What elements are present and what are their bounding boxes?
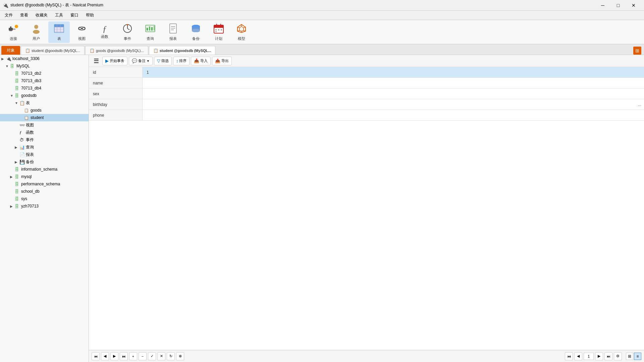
field-value-id[interactable]: 1 <box>143 67 644 77</box>
page-number-input[interactable] <box>584 353 594 360</box>
toolbar-query-label: 查询 <box>147 36 154 41</box>
field-value-birthday[interactable] <box>143 99 644 110</box>
field-value-phone[interactable] <box>143 110 644 120</box>
tab-bar-right: ⊞ <box>633 47 644 55</box>
nav-next-button[interactable]: ▶ <box>110 352 118 360</box>
sidebar-item-localhost[interactable]: ▶ 🔌 localhost_3306 <box>0 55 89 62</box>
filter-button[interactable]: ▽ 筛选 <box>154 57 172 65</box>
toolbar-table-label: 表 <box>57 36 61 41</box>
table-row[interactable]: phone <box>89 110 644 121</box>
sidebar-item-perf-schema[interactable]: 🗄 performance_schema <box>0 180 89 188</box>
goods-table-icon: 📋 <box>24 108 30 113</box>
field-label-name: name <box>89 78 143 88</box>
toolbar-query[interactable]: 查询 <box>140 21 161 43</box>
sidebar-item-db3[interactable]: 🗄 70713_db3 <box>0 77 89 84</box>
sidebar-item-backup[interactable]: ▶ 💾 备份 <box>0 158 89 166</box>
sidebar-item-tables[interactable]: ▼ 📋 表 <box>0 99 89 107</box>
sidebar-item-views[interactable]: 👓 视图 <box>0 121 89 129</box>
menu-tools[interactable]: 工具 <box>52 12 66 19</box>
table-row[interactable]: birthday <box>89 99 644 110</box>
toolbar-func[interactable]: ƒ 函数 <box>94 21 115 43</box>
svg-rect-42 <box>218 29 219 31</box>
comment-button[interactable]: 💬 备注 ▼ <box>129 57 153 65</box>
sidebar-item-db4[interactable]: 🗄 70713_db4 <box>0 84 89 92</box>
page-next-button[interactable]: ▶ <box>595 352 603 360</box>
sidebar-item-queries[interactable]: ▶ 📊 查询 <box>0 143 89 151</box>
menu-help[interactable]: 帮助 <box>83 12 97 19</box>
svg-rect-27 <box>170 24 176 33</box>
import-button[interactable]: 📥 导入 <box>191 57 211 65</box>
tab-grid-button[interactable]: ⊞ <box>633 47 641 55</box>
discard-button[interactable]: ✕ <box>157 352 165 360</box>
refresh-button[interactable]: ↻ <box>167 352 175 360</box>
db-icon-info: 🗄 <box>15 167 20 172</box>
toolbar-report[interactable]: 报表 <box>162 21 184 43</box>
table-row[interactable]: sex <box>89 88 644 99</box>
settings-button[interactable]: ⚙ <box>614 352 622 360</box>
sidebar-item-school-db[interactable]: 🗄 school_db <box>0 188 89 195</box>
tab-label1: student @goodsdb (MySQL... <box>32 49 80 53</box>
menu-view[interactable]: 查看 <box>17 12 32 19</box>
sidebar-item-sys[interactable]: 🗄 sys <box>0 195 89 202</box>
db-icon-yzh: 🗄 <box>15 204 20 209</box>
delete-record-button[interactable]: − <box>139 352 147 360</box>
page-prev-button[interactable]: ◀ <box>574 352 582 360</box>
menu-file[interactable]: 文件 <box>1 12 16 19</box>
sidebar-item-funcs[interactable]: ƒ 函数 <box>0 129 89 136</box>
sidebar-item-yzh70713[interactable]: ▶ 🗄 yzh70713 <box>0 202 89 210</box>
form-view-button[interactable]: ≡ <box>634 353 641 360</box>
toolbar-table[interactable]: 表 <box>48 21 70 43</box>
field-label-sex: sex <box>89 88 143 99</box>
toolbar-view[interactable]: 视图 <box>71 21 93 43</box>
sidebar-item-db2[interactable]: 🗄 70713_db2 <box>0 70 89 77</box>
title-bar: 🔌 student @goodsdb (MySQL) - 表 - Navicat… <box>0 0 644 11</box>
nav-prev-button[interactable]: ◀ <box>101 352 109 360</box>
begin-transaction-button[interactable]: ▶ 开始事务 <box>102 57 127 65</box>
sidebar-item-info-schema[interactable]: 🗄 information_schema <box>0 166 89 173</box>
toolbar-connect[interactable]: 连接 <box>3 21 24 43</box>
toolbar-event-label: 事件 <box>124 36 131 41</box>
check-button[interactable]: ✓ <box>148 352 156 360</box>
toolbar-user[interactable]: 用户 <box>25 21 47 43</box>
minimize-button[interactable]: ─ <box>595 0 610 11</box>
sidebar-item-goodsdb[interactable]: ▼ 🗄 goodsdb <box>0 92 89 99</box>
field-value-sex[interactable] <box>143 88 644 99</box>
toolbar-backup[interactable]: 备份 <box>185 21 207 43</box>
db-icon-school: 🗄 <box>15 189 20 194</box>
object-tab-button[interactable]: 对象 <box>1 46 20 55</box>
stop-button[interactable]: ⊗ <box>176 352 184 360</box>
content-area: ☰ ▶ 开始事务 💬 备注 ▼ ▽ 筛选 ↕ 排序 📥 导入 <box>89 55 644 362</box>
nav-last-button[interactable]: ⏭ <box>120 352 128 360</box>
page-last-button[interactable]: ⏭ <box>604 352 612 360</box>
toolbar-model[interactable]: 模型 <box>231 21 252 43</box>
sidebar-item-goods[interactable]: 📋 goods <box>0 107 89 114</box>
nav-first-button[interactable]: ⏮ <box>92 352 100 360</box>
export-button[interactable]: 📤 导出 <box>212 57 232 65</box>
toolbar-schedule[interactable]: 计划 <box>208 21 229 43</box>
add-record-button[interactable]: + <box>129 352 137 360</box>
toolbar-event[interactable]: 事件 <box>117 21 138 43</box>
action-bar: ☰ ▶ 开始事务 💬 备注 ▼ ▽ 筛选 ↕ 排序 📥 导入 <box>89 55 644 67</box>
sidebar-item-reports[interactable]: 📄 报表 <box>0 151 89 158</box>
menu-window[interactable]: 窗口 <box>67 12 82 19</box>
field-value-name[interactable] <box>143 78 644 88</box>
sidebar-label-localhost: localhost_3306 <box>12 56 40 61</box>
tab-goods[interactable]: 📋 goods @goodsdb (MySQL)... <box>85 46 148 55</box>
hamburger-menu-button[interactable]: ☰ <box>92 57 101 65</box>
tab-student1[interactable]: 📋 student @goodsdb (MySQL... <box>21 46 85 55</box>
comment-label: 备注 <box>138 58 146 63</box>
tab-student2[interactable]: 📋 student @goodsdb (MySQL... <box>149 46 216 55</box>
sidebar-item-mysql[interactable]: ▼ 🗄 MySQL <box>0 62 89 70</box>
sidebar-item-mysql-db[interactable]: ▶ 🗄 mysql <box>0 173 89 180</box>
menu-favorites[interactable]: 收藏夹 <box>32 12 51 19</box>
page-first-button[interactable]: ⏮ <box>565 352 573 360</box>
grid-view-button[interactable]: ⊞ <box>626 353 633 360</box>
sidebar-item-student[interactable]: 📋 student <box>0 114 89 121</box>
sort-button[interactable]: ↕ 排序 <box>173 57 190 65</box>
table-row[interactable]: name <box>89 78 644 88</box>
table-row[interactable]: id 1 <box>89 67 644 78</box>
maximize-button[interactable]: □ <box>610 0 626 11</box>
sidebar-item-events[interactable]: ⏱ 事件 <box>0 136 89 143</box>
close-button[interactable]: ✕ <box>626 0 641 11</box>
app-icon: 🔌 <box>3 3 8 8</box>
